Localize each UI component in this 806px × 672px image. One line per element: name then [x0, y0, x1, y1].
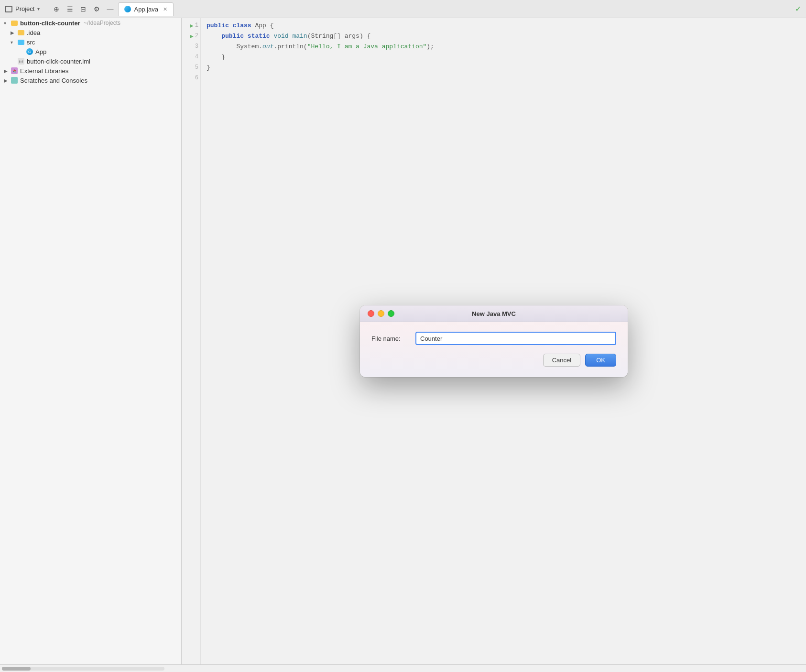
tab-label: App.java: [134, 6, 158, 13]
dialog-body: File name: Cancel OK: [360, 322, 628, 377]
sidebar-item-src[interactable]: ▾ src: [0, 37, 181, 47]
tab-close-icon[interactable]: ✕: [163, 6, 167, 12]
src-arrow: ▾: [11, 40, 17, 45]
toolbar-icon-2[interactable]: ☰: [65, 5, 74, 13]
root-label: button-click-counter: [20, 20, 80, 27]
idea-arrow: ▶: [11, 30, 17, 35]
cancel-button[interactable]: Cancel: [543, 354, 580, 367]
minus-icon[interactable]: —: [106, 5, 114, 13]
dialog-title: New Java MVC: [472, 310, 516, 317]
dialog-titlebar: New Java MVC: [360, 305, 628, 322]
toolbar-icons: ⊕ ☰ ⊟ ⚙ —: [52, 5, 114, 13]
sidebar-item-app[interactable]: C App: [0, 47, 181, 56]
ok-button[interactable]: OK: [585, 354, 616, 367]
root-path: ~/IdeaProjects: [82, 20, 120, 26]
scratches-arrow: ▶: [4, 78, 11, 83]
scrollbar-track[interactable]: [2, 667, 164, 671]
scratches-label: Scratches and Consoles: [20, 77, 87, 84]
file-name-input[interactable]: [415, 332, 616, 345]
main-area: ▾ button-click-counter ~/IdeaProjects ▶ …: [0, 18, 806, 664]
new-java-mvc-dialog: New Java MVC File name: Cancel OK: [360, 305, 628, 377]
idea-label: .idea: [27, 29, 40, 36]
sidebar-item-root[interactable]: ▾ button-click-counter ~/IdeaProjects: [0, 18, 181, 28]
sidebar-item-idea[interactable]: ▶ .idea: [0, 28, 181, 37]
sidebar-item-iml[interactable]: iml button-click-counter.iml: [0, 56, 181, 66]
scratches-icon: [11, 76, 18, 84]
sidebar-item-scratches[interactable]: ▶ Scratches and Consoles: [0, 76, 181, 85]
toolbar-icon-3[interactable]: ⊟: [79, 5, 87, 13]
sidebar-item-ext[interactable]: ▶ 📚 External Libraries: [0, 66, 181, 76]
iml-spacer: [11, 59, 17, 64]
tab-bar: App.java ✕ ✓: [118, 2, 801, 16]
scrollbar-thumb[interactable]: [2, 667, 31, 671]
dialog-overlay: New Java MVC File name: Cancel OK: [182, 18, 806, 664]
root-folder-icon: [11, 19, 18, 27]
iml-label: button-click-counter.iml: [27, 58, 90, 65]
ext-arrow: ▶: [4, 68, 11, 74]
title-bar: Project ▾ ⊕ ☰ ⊟ ⚙ — App.java ✕ ✓: [0, 0, 806, 18]
tab-app-java[interactable]: App.java ✕: [118, 2, 174, 16]
project-label: Project: [15, 5, 34, 12]
file-name-label: File name:: [371, 335, 410, 342]
app-spacer: [19, 49, 26, 54]
root-arrow: ▾: [4, 21, 11, 26]
project-panel-header: Project ▾ ⊕ ☰ ⊟ ⚙ —: [5, 5, 114, 13]
iml-file-icon: iml: [17, 57, 25, 65]
maximize-button[interactable]: [388, 310, 394, 317]
app-java-icon: C: [26, 48, 33, 55]
toolbar-icon-1[interactable]: ⊕: [52, 5, 61, 13]
code-editor[interactable]: ▶ 1 ▶ 2 3 4 5 6: [182, 18, 806, 664]
minimize-button[interactable]: [378, 310, 384, 317]
close-button[interactable]: [368, 310, 374, 317]
project-arrow-icon[interactable]: ▾: [37, 6, 40, 11]
filename-row: File name:: [371, 332, 616, 345]
ext-libraries-icon: 📚: [11, 67, 18, 75]
app-label: App: [35, 48, 46, 55]
traffic-lights: [368, 310, 394, 317]
build-success-icon: ✓: [795, 4, 801, 13]
dialog-buttons: Cancel OK: [371, 354, 616, 367]
project-sidebar: ▾ button-click-counter ~/IdeaProjects ▶ …: [0, 18, 182, 664]
horizontal-scrollbar: [0, 664, 806, 672]
src-folder-icon: [17, 38, 25, 46]
ext-label: External Libraries: [20, 67, 68, 75]
java-file-icon: [124, 6, 131, 12]
idea-folder-icon: [17, 29, 25, 36]
project-icon: [5, 6, 12, 12]
settings-icon[interactable]: ⚙: [92, 5, 101, 13]
src-label: src: [27, 39, 35, 46]
